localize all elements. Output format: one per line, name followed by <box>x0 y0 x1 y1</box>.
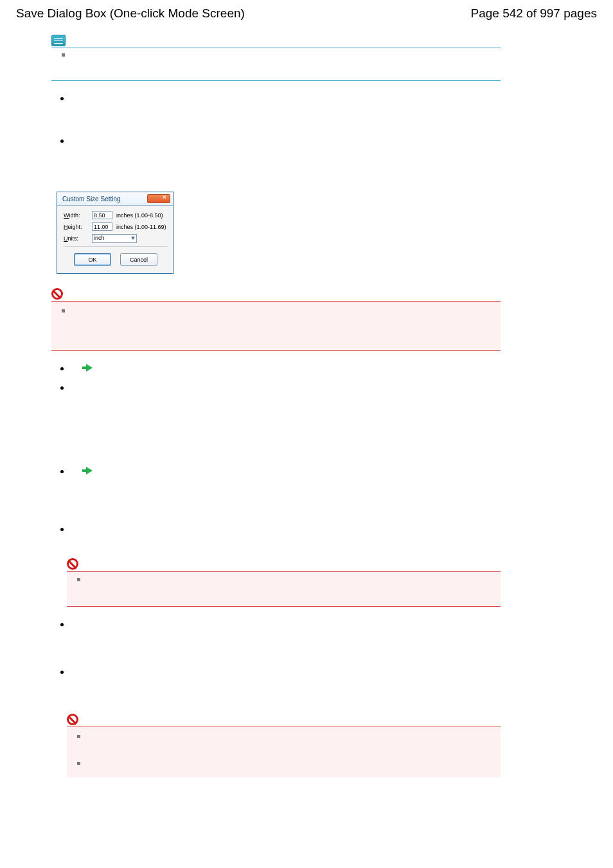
dialog-body: Width: inches (1.00-8.50) Height: inches… <box>57 206 173 273</box>
units-row: Units: inch <box>64 234 168 243</box>
list-item <box>71 93 501 104</box>
important-block <box>67 714 501 777</box>
list-item <box>71 382 501 393</box>
dialog-buttons: OK Cancel <box>64 251 168 271</box>
note-head <box>51 35 501 46</box>
important-head <box>67 558 501 570</box>
list-item <box>71 135 501 147</box>
width-hint: inches (1.00-8.50) <box>116 212 163 219</box>
height-hint: inches (1.00-11.69) <box>116 224 166 230</box>
page-title: Save Dialog Box (One-click Mode Screen) <box>16 6 245 21</box>
prohibit-icon <box>67 558 78 570</box>
important-rule-bottom <box>51 350 501 351</box>
important-item <box>62 309 494 331</box>
prohibit-icon <box>51 288 63 300</box>
dialog-titlebar: Custom Size Setting <box>57 192 173 206</box>
note-rule-bottom <box>51 80 501 81</box>
important-item <box>77 762 494 775</box>
bullet-list-2 <box>51 363 501 535</box>
note-item <box>62 53 494 75</box>
ok-button[interactable]: OK <box>74 253 111 266</box>
height-input[interactable] <box>92 222 112 231</box>
list-item <box>71 666 501 678</box>
list-item <box>71 523 501 535</box>
bullet-list-3 <box>51 619 501 678</box>
important-block <box>67 558 501 607</box>
width-label: Width: <box>64 212 88 219</box>
important-head <box>51 288 501 300</box>
arrow-right-icon <box>86 467 93 475</box>
square-bullet-icon <box>62 309 65 312</box>
page-content: Custom Size Setting Width: inches (1.00-… <box>51 35 501 777</box>
important-body <box>67 727 501 777</box>
note-body <box>51 48 501 79</box>
important-rule-bottom <box>67 606 501 607</box>
important-block <box>51 288 501 351</box>
arrow-right-icon <box>86 364 93 372</box>
height-label: Height: <box>64 224 88 230</box>
units-label: Units: <box>64 235 88 242</box>
height-row: Height: inches (1.00-11.69) <box>64 222 168 231</box>
list-item <box>71 619 501 630</box>
custom-size-dialog: Custom Size Setting Width: inches (1.00-… <box>57 192 173 274</box>
see-also <box>86 364 501 372</box>
square-bullet-icon <box>77 762 80 765</box>
important-body <box>67 572 501 605</box>
width-input[interactable] <box>92 211 112 219</box>
page-number: Page 542 of 997 pages <box>470 6 597 21</box>
bullet-list-1 <box>51 93 501 147</box>
square-bullet-icon <box>77 578 80 581</box>
dialog-title: Custom Size Setting <box>62 195 121 203</box>
important-item <box>77 735 494 762</box>
see-also <box>86 467 501 475</box>
dialog-separator <box>64 246 168 247</box>
width-row: Width: inches (1.00-8.50) <box>64 211 168 219</box>
important-head <box>67 714 501 725</box>
note-icon <box>51 35 66 46</box>
prohibit-icon <box>67 714 78 725</box>
close-icon[interactable] <box>147 194 170 203</box>
square-bullet-icon <box>77 735 80 738</box>
important-item <box>77 578 494 600</box>
page: Save Dialog Box (One-click Mode Screen) … <box>0 0 613 868</box>
units-select[interactable]: inch <box>92 234 137 243</box>
cancel-button[interactable]: Cancel <box>120 253 157 266</box>
list-item <box>71 446 501 507</box>
list-item <box>71 363 501 372</box>
page-header: Save Dialog Box (One-click Mode Screen) … <box>16 6 597 21</box>
square-bullet-icon <box>62 53 65 57</box>
important-body <box>51 302 501 349</box>
note-block <box>51 35 501 81</box>
